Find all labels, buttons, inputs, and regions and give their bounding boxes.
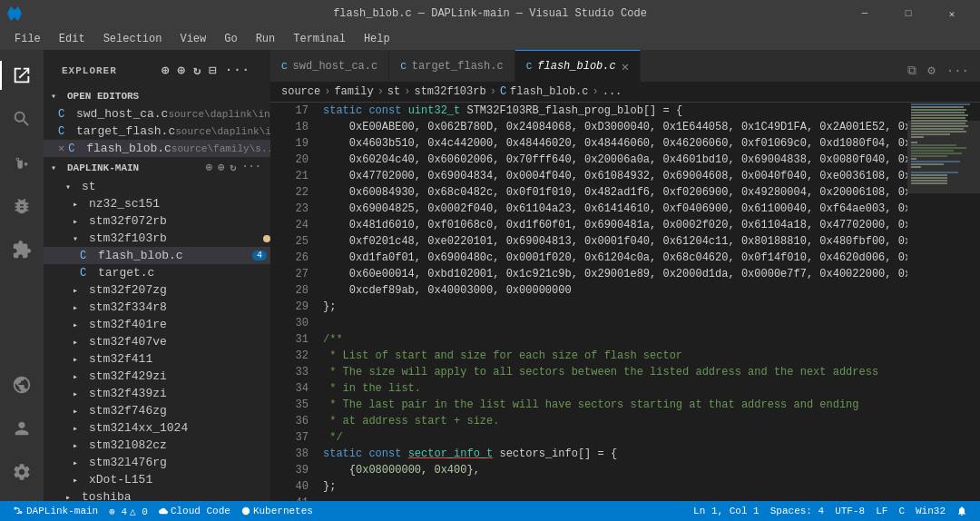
tree-folder-stm32f334r8[interactable]: ▸ stm32f334r8 [44, 299, 270, 316]
tree-file-target[interactable]: C target.c [44, 264, 270, 281]
new-file-icon[interactable]: ⊕ [160, 61, 172, 80]
activity-extensions[interactable] [0, 228, 44, 271]
language-label: C [898, 506, 905, 516]
menu-go[interactable]: Go [217, 31, 244, 47]
tree-folder-stm32l476rg[interactable]: ▸ stm32l476rg [44, 454, 270, 471]
activity-debug[interactable] [0, 184, 44, 228]
code-editor: 17181920 21222324 25262728 29303132 3334… [270, 103, 980, 501]
status-right: Ln 1, Col 1 Spaces: 4 UTF-8 LF C Win32 [688, 501, 973, 521]
new-file-icon2[interactable]: ⊕ [204, 161, 214, 174]
chevron-icon: ▸ [73, 354, 85, 365]
section-daplink-main[interactable]: ▾ DAPLINK-MAIN ⊕ ⊕ ↻ ··· [44, 157, 270, 178]
breadcrumb-source[interactable]: source [281, 85, 320, 98]
tree-folder-stm32f411[interactable]: ▸ stm32f411 [44, 350, 270, 368]
open-editor-swd-host-ca[interactable]: C swd_host_ca.c source\daplink\in... [44, 105, 270, 123]
breadcrumb-st[interactable]: st [387, 85, 400, 98]
cloud-code-label: Cloud Code [171, 506, 230, 516]
chevron-icon: ▸ [73, 440, 85, 451]
tree-folder-stm32l082cz[interactable]: ▸ stm32l082cz [44, 437, 270, 454]
tree-folder-stm32f429zi[interactable]: ▸ stm32f429zi [44, 368, 270, 385]
tab-swd-host-ca[interactable]: C swd_host_ca.c [270, 50, 389, 82]
breadcrumb-c[interactable]: C [500, 85, 506, 98]
tree-folder-toshiba[interactable]: ▸ toshiba [44, 488, 270, 501]
tab-target-flash[interactable]: C target_flash.c [389, 50, 514, 82]
ellipsis-icon[interactable]: ··· [240, 161, 263, 174]
status-bar: DAPLink-main ⊗ 4 △ 0 Cloud Code Kubernet… [0, 501, 980, 521]
maximize-button[interactable]: □ [887, 0, 929, 27]
menu-help[interactable]: Help [357, 31, 397, 47]
minimap-slider[interactable] [907, 121, 980, 193]
activity-settings[interactable] [0, 450, 44, 494]
status-cloud-code[interactable]: Cloud Code [153, 501, 236, 521]
activity-remote[interactable] [0, 363, 44, 407]
collapse-icon[interactable]: ⊟ [207, 61, 219, 80]
title-bar-controls: ─ □ ✕ [844, 0, 973, 27]
status-language[interactable]: C [893, 501, 910, 521]
tree-folder-stm32f439zi[interactable]: ▸ stm32f439zi [44, 385, 270, 402]
tree-folder-xdot-l151[interactable]: ▸ xDot-L151 [44, 471, 270, 488]
tree-folder-stm32f746zg[interactable]: ▸ stm32f746zg [44, 402, 270, 419]
tab-flash-blob[interactable]: C flash_blob.c ✕ [515, 50, 641, 82]
status-spaces[interactable]: Spaces: 4 [765, 501, 829, 521]
tabs-bar: C swd_host_ca.c C target_flash.c C flash… [270, 50, 980, 82]
folder-label: stm32f207zg [89, 283, 270, 297]
menu-selection[interactable]: Selection [96, 31, 170, 47]
status-encoding[interactable]: UTF-8 [829, 501, 870, 521]
sidebar-header-label: EXPLORER [62, 65, 117, 76]
chevron-icon: ▸ [73, 285, 85, 296]
new-folder-icon[interactable]: ⊕ [175, 61, 187, 80]
menu-file[interactable]: File [7, 31, 48, 47]
status-kubernetes[interactable]: Kubernetes [236, 501, 318, 521]
c-file-icon: C [281, 61, 288, 72]
file-path: source\family\s... [172, 143, 270, 154]
title-bar-left [7, 6, 22, 21]
open-editor-target-flash[interactable]: C target_flash.c source\daplink\int... [44, 123, 270, 140]
new-folder-icon2[interactable]: ⊕ [216, 161, 226, 174]
more-icon[interactable]: ··· [223, 61, 252, 80]
close-button[interactable]: ✕ [931, 0, 973, 27]
menu-run[interactable]: Run [249, 31, 283, 47]
tree-file-flash-blob[interactable]: C flash_blob.c 4 [44, 247, 270, 264]
activity-source-control[interactable] [0, 141, 44, 184]
tree-folder-stm32f407ve[interactable]: ▸ stm32f407ve [44, 333, 270, 350]
status-position[interactable]: Ln 1, Col 1 [688, 501, 765, 521]
breadcrumb-more[interactable]: ... [603, 85, 622, 98]
menu-edit[interactable]: Edit [52, 31, 93, 47]
chevron-icon: ▸ [73, 406, 85, 417]
section-open-editors[interactable]: ▾ OPEN EDITORS [44, 87, 270, 105]
close-icon[interactable]: ✕ [58, 142, 64, 155]
tree-folder-st[interactable]: ▾ st [44, 178, 270, 195]
open-editor-flash-blob[interactable]: ✕ C flash_blob.c source\family\s... 4 [44, 140, 270, 157]
status-platform[interactable]: Win32 [910, 501, 951, 521]
folder-label: stm32f334r8 [89, 300, 270, 314]
refresh-icon[interactable]: ↻ [191, 61, 203, 80]
chevron-down-icon: ▾ [51, 162, 64, 173]
more-actions-icon[interactable]: ··· [943, 60, 973, 82]
tree-folder-stm32f103rb[interactable]: ▾ stm32f103rb [44, 230, 270, 247]
tree-folder-stm32f207zg[interactable]: ▸ stm32f207zg [44, 281, 270, 299]
folder-label: stm32f407ve [89, 335, 270, 349]
tree-folder-stm32l4xx[interactable]: ▸ stm32l4xx_1024 [44, 419, 270, 437]
gear-icon[interactable]: ⚙ [924, 59, 938, 82]
breadcrumb-flash-blob[interactable]: flash_blob.c [510, 85, 588, 98]
activity-account[interactable] [0, 407, 44, 450]
activity-explorer[interactable] [0, 54, 44, 97]
tree-folder-nz32[interactable]: ▸ nz32_sc151 [44, 195, 270, 212]
status-branch[interactable]: DAPLink-main [7, 501, 103, 521]
chevron-icon: ▸ [73, 302, 85, 313]
status-notifications[interactable] [951, 501, 973, 521]
tab-close-icon[interactable]: ✕ [622, 59, 629, 74]
code-content[interactable]: static const uint32_t STM32F103RB_flash_… [316, 103, 907, 501]
menu-terminal[interactable]: Terminal [286, 31, 353, 47]
activity-search[interactable] [0, 97, 44, 141]
refresh-icon2[interactable]: ↻ [228, 161, 238, 174]
breadcrumb-family[interactable]: family [334, 85, 373, 98]
split-editor-icon[interactable]: ⧉ [904, 60, 920, 82]
minimize-button[interactable]: ─ [844, 0, 886, 27]
menu-view[interactable]: View [172, 31, 213, 47]
breadcrumb-stm32f103rb[interactable]: stm32f103rb [414, 85, 485, 98]
tree-folder-stm32f072rb[interactable]: ▸ stm32f072rb [44, 212, 270, 230]
tree-folder-stm32f401re[interactable]: ▸ stm32f401re [44, 316, 270, 333]
status-errors[interactable]: ⊗ 4 △ 0 [103, 501, 153, 521]
status-eol[interactable]: LF [870, 501, 893, 521]
